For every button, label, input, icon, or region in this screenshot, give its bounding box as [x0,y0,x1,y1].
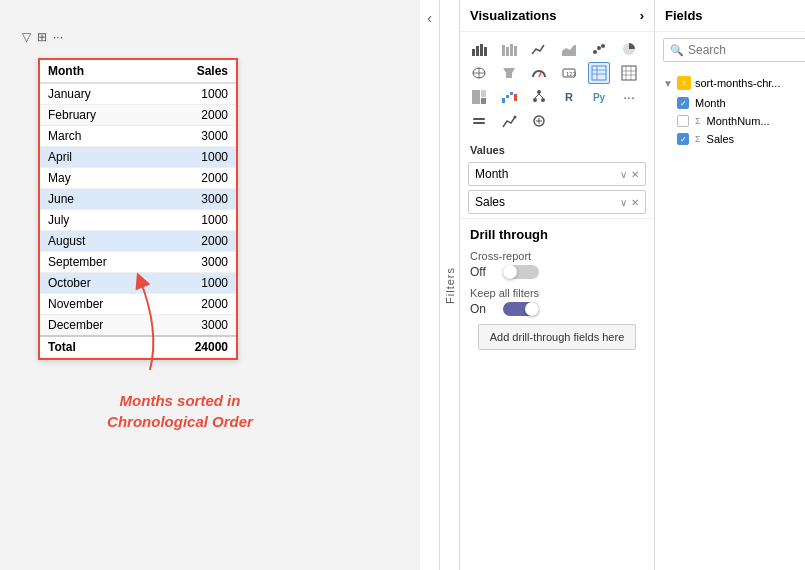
annotation: Months sorted in Chronological Order [80,390,280,432]
field-group: ▼ T sort-months-chr... Month Σ MonthNum.… [655,68,805,152]
drill-through-title: Drill through [470,227,644,242]
viz-icon-card[interactable]: 123 [558,62,580,84]
svg-rect-1 [476,46,479,56]
svg-rect-4 [502,45,505,56]
viz-icon-line[interactable] [528,38,550,60]
field-item-sales[interactable]: Σ Sales [655,130,805,148]
monthnum-field-label: MonthNum... [707,115,770,127]
values-section-label: Values [460,138,654,158]
field-group-header[interactable]: ▼ T sort-months-chr... [655,72,805,94]
table-cell-month: June [40,189,158,210]
svg-rect-30 [481,90,486,97]
keep-filters-label: Keep all filters [470,287,644,299]
table-cell-month: April [40,147,158,168]
svg-line-17 [539,72,541,77]
field-item-month[interactable]: Month [655,94,805,112]
svg-marker-16 [503,68,515,78]
table-cell-month: August [40,231,158,252]
month-checkbox[interactable] [677,97,689,109]
table-widget-container: ▽ ⊞ ··· Month Sales January1000February2… [18,28,67,46]
table-cell-sales: 3000 [158,189,236,210]
svg-point-36 [537,90,541,94]
canvas-area: ▽ ⊞ ··· Month Sales January1000February2… [0,0,420,570]
viz-panel-title: Visualizations [470,8,556,23]
viz-icon-waterfall[interactable] [498,86,520,108]
focus-icon[interactable]: ⊞ [37,30,47,44]
field-group-name: sort-months-chr... [695,77,781,89]
viz-icon-decomp[interactable] [528,86,550,108]
month-dropdown-label: Month [475,167,620,181]
svg-point-11 [601,44,605,48]
viz-icon-format[interactable] [468,110,490,132]
fields-panel: Fields › 🔍 ▼ T sort-months-chr... Month … [655,0,805,570]
viz-icon-table[interactable] [588,62,610,84]
viz-icons-grid: 123 R Py ··· [460,32,654,138]
svg-line-39 [535,94,539,98]
viz-icon-scatter[interactable] [588,38,610,60]
svg-point-43 [514,116,517,119]
collapse-viz-icon[interactable]: ‹ [427,10,432,26]
search-box[interactable]: 🔍 [663,38,805,62]
annotation-text: Months sorted in Chronological Order [80,390,280,432]
cross-report-toggle-container: Off [470,265,644,279]
more-icon[interactable]: ··· [53,30,63,44]
col-header-month[interactable]: Month [40,60,158,83]
viz-icon-fields2[interactable] [528,110,550,132]
viz-panel-expand[interactable]: › [640,8,644,23]
fields-panel-title: Fields [665,8,703,23]
monthnum-checkbox[interactable] [677,115,689,127]
arrow-svg [110,270,170,380]
keep-filters-toggle[interactable] [503,302,539,316]
viz-icon-funnel[interactable] [498,62,520,84]
viz-icon-stacked-bar[interactable] [498,38,520,60]
dropdown2-close-icon[interactable]: ✕ [631,197,639,208]
cross-report-toggle[interactable] [503,265,539,279]
month-dropdown[interactable]: Month ∨ ✕ [468,162,646,186]
viz-icon-map[interactable] [468,62,490,84]
svg-marker-8 [562,45,576,56]
keep-filters-toggle-container: On [470,302,644,316]
table-cell-month: May [40,168,158,189]
svg-rect-42 [473,122,485,124]
viz-icon-bar[interactable] [468,38,490,60]
sales-dropdown-label: Sales [475,195,620,209]
svg-rect-31 [481,98,486,104]
filters-panel: Filters [440,0,460,570]
off-label: Off [470,265,495,279]
viz-icon-r[interactable]: R [558,86,580,108]
viz-icon-area[interactable] [558,38,580,60]
toggle-knob [503,265,517,279]
svg-rect-0 [472,49,475,56]
sales-field-label: Sales [707,133,735,145]
svg-point-9 [593,50,597,54]
svg-rect-24 [622,66,636,80]
viz-icon-pie[interactable] [618,38,640,60]
viz-icon-treemap[interactable] [468,86,490,108]
keep-filters-row: Keep all filters On [470,287,644,316]
add-drill-button[interactable]: Add drill-through fields here [478,324,636,350]
col-header-sales[interactable]: Sales [158,60,236,83]
svg-rect-7 [514,46,517,56]
svg-rect-32 [502,98,505,103]
table-cell-sales: 1000 [158,83,236,105]
svg-rect-6 [510,44,513,56]
field-item-monthnum[interactable]: Σ MonthNum... [655,112,805,130]
dropdown-close-icon[interactable]: ✕ [631,169,639,180]
sales-checkbox[interactable] [677,133,689,145]
viz-icon-gauge[interactable] [528,62,550,84]
svg-rect-2 [480,44,483,56]
viz-icon-analytics[interactable] [498,110,520,132]
svg-line-40 [539,94,543,98]
widget-toolbar: ▽ ⊞ ··· [18,28,67,46]
filter-icon[interactable]: ▽ [22,30,31,44]
viz-icon-more[interactable]: ··· [618,86,640,108]
viz-panel-header: Visualizations › [460,0,654,32]
table-cell-month: July [40,210,158,231]
viz-icon-matrix[interactable] [618,62,640,84]
viz-icon-py[interactable]: Py [588,86,610,108]
month-field-label: Month [695,97,726,109]
table-cell-month: March [40,126,158,147]
sales-dropdown[interactable]: Sales ∨ ✕ [468,190,646,214]
search-input[interactable] [688,43,805,57]
cross-report-row: Cross-report Off [470,250,644,279]
